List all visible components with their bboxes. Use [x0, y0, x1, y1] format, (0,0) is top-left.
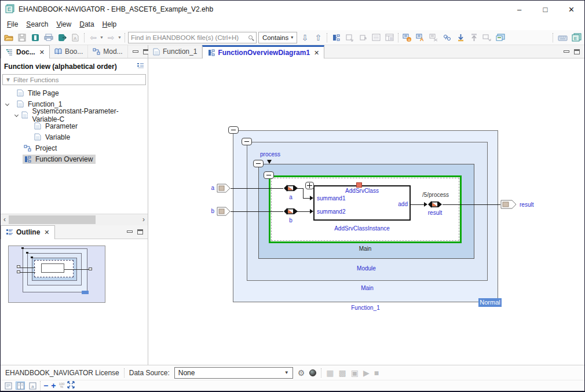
import-values-icon[interactable]: [455, 32, 466, 43]
maximize-button[interactable]: □: [532, 1, 558, 18]
add-text-label-icon[interactable]: A: [415, 32, 426, 43]
navigate-hierarchy-icon[interactable]: [441, 32, 453, 43]
book-view-icon[interactable]: [16, 382, 25, 390]
port-result-label: result: [520, 202, 533, 208]
list-view-icon[interactable]: [370, 32, 382, 43]
port-result[interactable]: [500, 200, 517, 209]
add-calibration-label-icon[interactable]: o: [401, 32, 413, 43]
port-b-label: b: [205, 208, 214, 215]
export-ehandbook-icon[interactable]: [56, 32, 68, 43]
collapse-button[interactable]: [253, 160, 264, 167]
process-port-marker[interactable]: [267, 160, 272, 164]
tab-outline[interactable]: Outline ✕: [1, 225, 55, 239]
find-previous-icon[interactable]: ⇧: [312, 32, 324, 43]
zoom-out-icon[interactable]: −: [43, 382, 48, 390]
calibrate-grid-icon[interactable]: ▩: [339, 369, 346, 377]
expander-icon[interactable]: [12, 111, 20, 119]
wire-a: [303, 188, 304, 199]
pdf-export-icon[interactable]: A: [70, 32, 81, 43]
open-ehandbook-icon[interactable]: [30, 32, 41, 43]
horizontal-scrollbar[interactable]: ‹ ›: [1, 214, 148, 225]
thumbnail-view-icon[interactable]: a: [28, 382, 37, 390]
filter-box: ▼: [2, 74, 146, 85]
start-measurement-icon[interactable]: ▶: [363, 369, 370, 377]
minimize-panel-icon[interactable]: [133, 50, 138, 53]
open-file-icon[interactable]: [3, 32, 14, 43]
maximize-panel-icon[interactable]: [574, 49, 580, 54]
fit-to-screen-icon[interactable]: [67, 381, 75, 390]
close-button[interactable]: ✕: [558, 1, 584, 18]
filter-functions-input[interactable]: [13, 76, 143, 83]
remove-label-icon[interactable]: [428, 32, 440, 43]
converter-b-icon[interactable]: [283, 207, 298, 215]
maximize-panel-icon[interactable]: [137, 229, 143, 235]
expander-icon[interactable]: [3, 100, 11, 108]
ehandbook-logo-icon[interactable]: E: [571, 32, 582, 43]
collapse-button[interactable]: [264, 171, 274, 179]
link-diagram-icon[interactable]: [481, 32, 493, 43]
data-source-select[interactable]: None ▼: [174, 367, 293, 379]
tree-item-function-overview[interactable]: Function Overview: [1, 153, 148, 164]
tab-bookmarks[interactable]: Boo...: [50, 45, 88, 58]
data-sphere-icon[interactable]: [309, 369, 316, 376]
save-icon[interactable]: [16, 32, 28, 43]
export-values-icon[interactable]: [468, 32, 480, 43]
tab-function-1[interactable]: Function_1: [148, 45, 202, 58]
forward-icon[interactable]: ⇨: [105, 32, 117, 43]
collapse-button[interactable]: [242, 138, 252, 145]
tree-item-project[interactable]: Project: [1, 142, 148, 153]
outline-icon: [6, 229, 13, 236]
open-in-window-icon[interactable]: [495, 32, 506, 43]
function-overview-icon[interactable]: [330, 32, 342, 43]
close-tab-icon[interactable]: ✕: [39, 49, 45, 56]
back-icon[interactable]: ⇦: [87, 32, 99, 43]
editor-tab-row: Function_1 FunctionOverviewDiagram1 ✕: [148, 45, 584, 58]
expand-block-button[interactable]: [305, 182, 314, 189]
tab-function-overview-diagram[interactable]: FunctionOverviewDiagram1 ✕: [202, 45, 324, 58]
tree-item-title-page[interactable]: Title Page: [1, 87, 148, 98]
keyboard-shortcuts-icon[interactable]: [557, 32, 568, 43]
single-page-view-icon[interactable]: [3, 382, 13, 390]
find-next-icon[interactable]: ⇩: [299, 32, 310, 43]
scroll-right-icon[interactable]: ›: [140, 215, 148, 224]
converter-a-icon[interactable]: [283, 184, 298, 192]
scroll-left-icon[interactable]: ‹: [1, 215, 9, 224]
outline-thumbnail[interactable]: [8, 246, 105, 303]
minimize-panel-icon[interactable]: [564, 50, 569, 53]
port-a[interactable]: [217, 184, 231, 193]
tab-models[interactable]: Mod...: [88, 45, 127, 58]
contains-dropdown[interactable]: Contains ▾: [258, 32, 297, 43]
minimize-button[interactable]: –: [506, 1, 532, 18]
table-view-icon[interactable]: [383, 32, 395, 43]
zoom-100-icon[interactable]: 100 %: [58, 383, 64, 389]
collapse-button[interactable]: [228, 126, 239, 134]
zoom-in-icon[interactable]: +: [51, 382, 56, 390]
minimize-panel-icon[interactable]: [127, 230, 133, 233]
search-input[interactable]: [131, 34, 248, 41]
back-history-caret-icon[interactable]: ▼: [100, 35, 104, 39]
expand-diagram-icon[interactable]: [357, 32, 368, 43]
settings-gear-icon[interactable]: ⚙: [298, 369, 305, 377]
tab-documents[interactable]: Doc... ✕: [1, 45, 50, 58]
print-icon[interactable]: [43, 32, 54, 43]
menu-data[interactable]: Data: [75, 19, 98, 30]
measure-grid-icon[interactable]: ▦: [326, 369, 334, 377]
menu-help[interactable]: Help: [98, 19, 121, 30]
forward-history-caret-icon[interactable]: ▼: [118, 35, 122, 39]
view-menu-icon[interactable]: [137, 63, 144, 71]
close-tab-icon[interactable]: ✕: [44, 229, 49, 236]
experiment-window-icon[interactable]: ▣: [351, 369, 359, 377]
stop-measurement-icon[interactable]: ■: [374, 369, 379, 377]
tree-item-systemconstant[interactable]: Systemconstant-Parameter-Variable-C: [1, 109, 148, 120]
menu-search[interactable]: Search: [22, 19, 52, 30]
close-tab-icon[interactable]: ✕: [314, 49, 319, 57]
menu-view[interactable]: View: [52, 19, 75, 30]
collapse-diagram-icon[interactable]: [343, 32, 355, 43]
scrollbar-thumb[interactable]: [9, 215, 96, 224]
block-marker-icon[interactable]: [356, 182, 362, 188]
converter-result-icon[interactable]: [427, 200, 443, 208]
port-b[interactable]: [217, 207, 231, 216]
diagram-canvas[interactable]: process AddSrvClass summand1 summand2 ad…: [148, 58, 584, 365]
tree-item-variable[interactable]: Variable: [1, 131, 148, 142]
menu-file[interactable]: File: [3, 19, 22, 30]
